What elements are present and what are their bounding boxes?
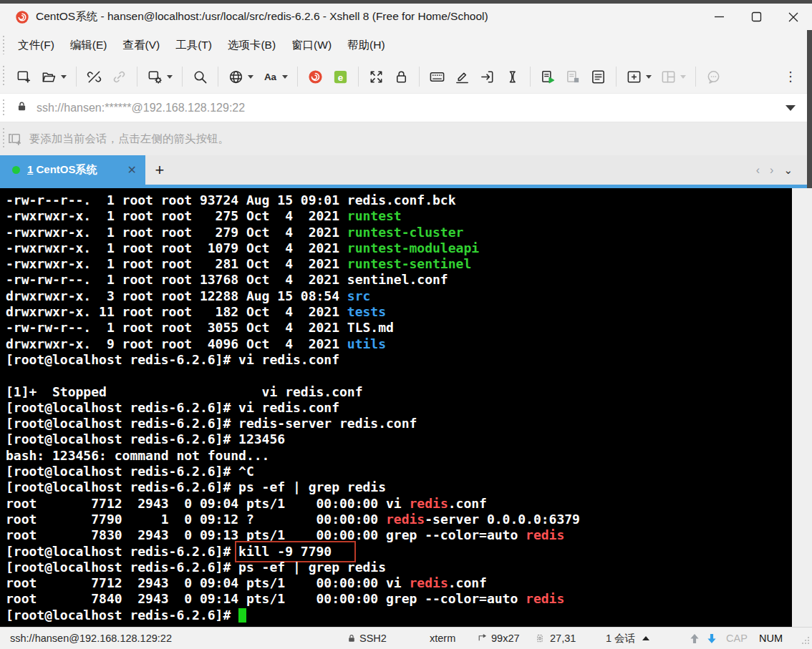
terminal-line: drwxrwxr-x. 3 root root 12288 Aug 15 08:… — [6, 288, 792, 304]
xshell-icon[interactable] — [304, 66, 327, 88]
terminal-line: root 7712 2943 0 09:04 pts/1 00:00:00 vi… — [6, 496, 792, 512]
session-hint-text: 要添加当前会话，点击左侧的箭头按钮。 — [29, 132, 229, 147]
terminal-line: [root@localhost redis-6.2.6]# — [6, 607, 792, 623]
screen-size-icon — [477, 628, 488, 649]
terminal-scrollbar[interactable] — [792, 188, 812, 627]
address-bar: ssh://hansen:******@192.168.128.129:22 — [0, 93, 807, 122]
dropdown-caret-icon[interactable] — [282, 75, 288, 79]
keyboard-icon[interactable] — [426, 66, 448, 88]
minimize-button[interactable] — [700, 4, 738, 30]
terminal-line: root 7840 2943 0 09:14 pts/1 00:00:00 gr… — [6, 591, 792, 607]
window-controls — [700, 4, 812, 30]
new-tab-button[interactable]: + — [145, 155, 174, 185]
menu-item-6[interactable]: 帮助(H) — [339, 34, 393, 57]
dropdown-caret-icon[interactable] — [646, 75, 652, 79]
tab-label: 1 CentOS系统 — [27, 163, 97, 177]
terminal-line: [root@localhost redis-6.2.6]# redis-serv… — [6, 416, 792, 431]
fullscreen-icon[interactable] — [365, 66, 387, 88]
infobar-grip — [3, 128, 4, 150]
status-position: 27,31 — [550, 628, 576, 649]
terminal-line: [root@localhost redis-6.2.6]# kill -9 77… — [6, 544, 792, 560]
tab-close-icon[interactable]: ✕ — [127, 163, 137, 177]
dropdown-caret-icon[interactable] — [167, 75, 173, 79]
disconnect-icon[interactable] — [83, 66, 105, 88]
toolbar-overflow-icon[interactable]: ⋮ — [784, 74, 797, 79]
terminal-screen[interactable]: -rw-r--r--. 1 root root 93724 Aug 15 09:… — [0, 188, 792, 627]
menubar-grip — [3, 36, 4, 54]
status-sessions: 1 会话 — [606, 632, 635, 645]
resize-grip[interactable] — [801, 635, 810, 647]
addressbar-grip — [3, 99, 4, 116]
log-icon[interactable] — [587, 66, 609, 88]
toolbar-separator — [297, 67, 298, 87]
status-protocol: SSH2 — [359, 628, 387, 649]
terminal-line: -rw-rw-r--. 1 root root 13768 Oct 4 2021… — [6, 272, 792, 288]
num-lock-indicator: NUM — [759, 628, 783, 649]
layout-icon — [657, 66, 689, 88]
menu-item-3[interactable]: 工具(T) — [168, 34, 220, 57]
tab-scroll-left-icon[interactable]: ‹ — [751, 164, 765, 177]
status-bar: ssh://hansen@192.168.128.129:22 SSH2 xte… — [0, 627, 812, 649]
address-dropdown-icon[interactable] — [786, 105, 796, 111]
menu-item-0[interactable]: 文件(F) — [10, 34, 62, 57]
status-terminal-type: xterm — [430, 628, 455, 649]
cursor-position-icon — [536, 628, 546, 649]
session-count-button[interactable]: 1 会话 — [606, 628, 649, 649]
tab-bar: 1 CentOS系统 ✕ + ‹ › ⌄ — [0, 155, 808, 185]
close-button[interactable] — [775, 4, 812, 30]
terminal-line: [root@localhost redis-6.2.6]# ps -ef | g… — [6, 479, 792, 495]
run-script-icon[interactable] — [537, 66, 559, 88]
toolbar-separator — [695, 67, 696, 87]
terminal-line: drwxrwxr-x. 11 root root 182 Oct 4 2021 … — [6, 304, 792, 320]
terminal-line: root 7830 2943 0 09:13 pts/1 00:00:00 gr… — [6, 527, 792, 543]
session-properties-icon[interactable] — [144, 66, 175, 88]
address-input[interactable]: ssh://hansen:******@192.168.128.129:22 — [37, 102, 786, 114]
compose-icon[interactable] — [451, 66, 473, 88]
terminal-cursor — [238, 608, 246, 623]
find-icon[interactable] — [189, 66, 211, 88]
upload-arrow-icon[interactable] — [689, 628, 700, 649]
toolbar-grip — [3, 66, 4, 87]
terminal-line: [root@localhost redis-6.2.6]# 123456 — [6, 431, 792, 447]
ssh2-lock-icon — [347, 628, 357, 649]
new-session-icon[interactable] — [13, 66, 35, 88]
menu-item-4[interactable]: 选项卡(B) — [220, 34, 284, 57]
terminal-line: -rw-r--r--. 1 root root 93724 Aug 15 09:… — [6, 192, 792, 208]
terminal-line: drwxrwxr-x. 9 root root 4096 Oct 4 2021 … — [6, 336, 792, 352]
toolbar-separator — [419, 67, 420, 87]
menu-item-1[interactable]: 编辑(E) — [62, 34, 115, 57]
terminal-line: -rwxrwxr-x. 1 root root 275 Oct 4 2021 r… — [6, 208, 792, 224]
window-title: CentOS系统 - hansen@localhost:/usr/local/s… — [36, 9, 488, 24]
menu-item-5[interactable]: 窗口(W) — [284, 34, 339, 57]
tab-scroll-right-icon[interactable]: › — [765, 164, 778, 177]
toolbar-separator — [218, 67, 218, 87]
new-tab-icon[interactable] — [623, 66, 654, 88]
menu-item-2[interactable]: 查看(V) — [115, 34, 168, 57]
web-icon[interactable] — [225, 66, 256, 88]
toolbar: Aae ⋮ — [0, 60, 807, 93]
download-arrow-icon[interactable] — [706, 628, 717, 649]
terminal-line — [6, 368, 792, 384]
terminal-line: root 7712 2943 0 09:04 pts/1 00:00:00 vi… — [6, 575, 792, 591]
terminal-line: -rw-rw-r--. 1 root root 3055 Oct 4 2021 … — [6, 320, 792, 336]
terminal-line: -rwxrwxr-x. 1 root root 1079 Oct 4 2021 … — [6, 240, 792, 256]
dropdown-caret-icon[interactable] — [248, 75, 253, 79]
terminal-line: bash: 123456: command not found... — [6, 448, 792, 464]
open-folder-icon[interactable] — [38, 66, 69, 88]
terminal-line: -rwxrwxr-x. 1 root root 281 Oct 4 2021 r… — [6, 256, 792, 272]
window-right-border — [807, 30, 812, 188]
session-status-dot — [12, 166, 20, 174]
terminal-line: [root@localhost redis-6.2.6]# vi redis.c… — [6, 352, 792, 368]
font-icon[interactable]: Aa — [259, 66, 291, 88]
dropdown-caret-icon[interactable] — [61, 75, 67, 79]
lock-icon[interactable] — [390, 66, 412, 88]
maximize-button[interactable] — [738, 4, 775, 30]
terminal-line: [root@localhost redis-6.2.6]# ^C — [6, 464, 792, 479]
send-text-icon[interactable] — [476, 66, 498, 88]
script-icon[interactable] — [501, 66, 523, 88]
tab-list-icon[interactable]: ⌄ — [778, 164, 798, 177]
add-session-icon — [7, 131, 24, 147]
dropdown-caret-icon[interactable] — [680, 75, 686, 79]
xftp-icon[interactable]: e — [329, 66, 352, 88]
tab-centos[interactable]: 1 CentOS系统 ✕ — [0, 155, 145, 185]
